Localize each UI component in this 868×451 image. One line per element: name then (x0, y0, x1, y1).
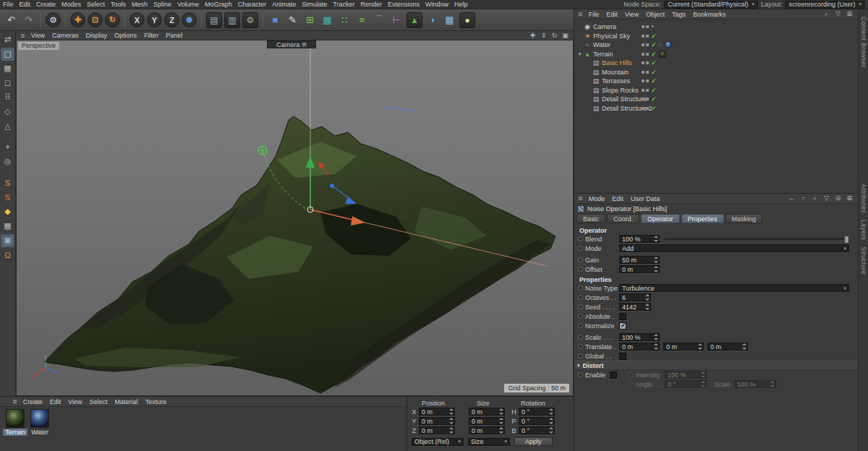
menu-render[interactable]: Render (357, 1, 385, 8)
stepper-icon[interactable] (653, 266, 658, 272)
object-row-camera[interactable]: ◉Camera⌖ (574, 22, 858, 32)
stepper-icon[interactable] (644, 304, 650, 310)
absolute-checkbox[interactable] (619, 313, 626, 320)
tab-coord[interactable]: Coord. (607, 214, 639, 223)
render-view-icon[interactable]: ▤ (206, 12, 222, 28)
menu-modes[interactable]: Modes (59, 1, 84, 8)
menu-volume[interactable]: Volume (174, 1, 202, 8)
camera-menu-icon[interactable]: ▤ (302, 42, 307, 48)
orbit-view-icon[interactable]: ↻ (550, 32, 559, 39)
cloner-icon[interactable]: ≡ (354, 12, 370, 28)
distort-group-header[interactable]: ▾ Distort (574, 361, 858, 370)
blend-slider[interactable] (664, 238, 849, 240)
nav-up-icon[interactable]: ↑ (799, 194, 808, 202)
menu-extensions[interactable]: Extensions (385, 1, 422, 8)
menu-tracker[interactable]: Tracker (330, 1, 357, 8)
object-row-physical-sky[interactable]: ☀Physical Sky✓ (574, 32, 858, 41)
enabled-check-icon[interactable]: ✓ (651, 69, 657, 76)
visibility-dots-icon[interactable] (642, 35, 644, 38)
menu-simulate[interactable]: Simulate (299, 1, 330, 8)
stepper-icon[interactable] (448, 427, 454, 434)
points-mode-icon[interactable]: ⠿ (1, 90, 14, 104)
rotation-input-h[interactable]: 0 ° (519, 408, 555, 416)
keyframe-dot-icon[interactable] (578, 285, 583, 291)
array-generator-icon[interactable]: ∷ (336, 12, 353, 28)
material-menu-edit[interactable]: Edit (46, 398, 65, 405)
auto-snap-icon[interactable]: S (1, 190, 14, 204)
visibility-dots-icon[interactable] (642, 98, 644, 100)
stepper-icon[interactable] (498, 418, 503, 424)
coordinate-system-icon[interactable]: ⊕ (182, 12, 197, 27)
environment-sky-icon[interactable]: ◑ (424, 12, 441, 28)
visibility-dots-icon[interactable] (642, 71, 644, 74)
tab-basic[interactable]: Basic (576, 214, 605, 223)
viewport-filter-icon[interactable]: ◎ (1, 155, 14, 168)
visibility-dots-icon[interactable] (642, 107, 644, 110)
object-row-detail-structure-2[interactable]: ▤Detail Structure 2✓ (574, 104, 858, 113)
object-row-water[interactable]: ≈Water✓∴ (574, 40, 858, 50)
model-mode-icon[interactable]: ▢ (1, 47, 14, 61)
menu-file[interactable]: File (0, 1, 17, 8)
snap-settings-icon[interactable]: S (1, 176, 14, 189)
lock-y-axis-icon[interactable]: Y (147, 12, 162, 27)
visibility-dots-icon[interactable] (642, 43, 644, 46)
enable-axis-icon[interactable]: ⌖ (1, 140, 14, 154)
spline-measure-icon[interactable]: ⊢ (388, 12, 405, 28)
keyframe-dot-icon[interactable] (578, 267, 583, 272)
keyframe-dot-icon[interactable] (578, 304, 583, 309)
zoom-view-icon[interactable]: ⇕ (539, 32, 548, 39)
polygons-mode-icon[interactable]: △ (1, 119, 14, 133)
position-input-z[interactable]: 0 m (419, 426, 455, 434)
am-menu-user-data[interactable]: User Data (627, 195, 664, 202)
keyframe-dot-icon[interactable] (578, 295, 583, 300)
scale-tool-icon[interactable]: ⊡ (88, 12, 103, 27)
move-tool-icon[interactable]: ✚ (70, 12, 85, 27)
lock-icon[interactable]: ⊝ (833, 194, 843, 202)
spline-pen-icon[interactable]: ✎ (284, 12, 301, 28)
redo-icon[interactable]: ↷ (20, 12, 37, 28)
translate-z-input[interactable]: 0 m (707, 343, 748, 351)
add-primitive-cube-icon[interactable]: ■ (267, 12, 284, 28)
panel-menu-icon[interactable]: ≣ (10, 398, 20, 405)
grid-snap-icon[interactable]: ▦ (1, 219, 14, 233)
om-menu-bookmarks[interactable]: Bookmarks (689, 11, 729, 18)
menu-create[interactable]: Create (33, 1, 59, 8)
stepper-icon[interactable] (548, 408, 553, 415)
material-preview-water[interactable] (30, 409, 49, 428)
normalize-checkbox[interactable] (619, 322, 626, 330)
landscape-object-icon[interactable]: ▲ (407, 12, 422, 28)
lock-x-axis-icon[interactable]: X (129, 12, 145, 27)
material-preview-terrain[interactable] (6, 409, 25, 428)
object-row-basic-hills[interactable]: ▤Basic Hills✓ (574, 59, 858, 68)
object-row-terrasses[interactable]: ▤Terrasses✓ (574, 77, 858, 86)
enabled-check-icon[interactable]: ✓ (651, 105, 657, 112)
menu-edit[interactable]: Edit (17, 1, 34, 8)
light-object-icon[interactable]: ● (459, 12, 475, 28)
dock-tab-structure[interactable]: Structure (860, 246, 867, 275)
dock-icon[interactable]: ⊞ (845, 194, 854, 202)
menu-mesh[interactable]: Mesh (129, 1, 150, 8)
magnet-snap-icon[interactable]: Ω (1, 248, 14, 262)
menu-animate[interactable]: Animate (269, 1, 299, 8)
convert-object-icon[interactable]: ⇄ (1, 33, 14, 46)
am-menu-edit[interactable]: Edit (608, 195, 627, 202)
viewport-menu-options[interactable]: Options (111, 32, 140, 39)
panel-menu-icon[interactable]: ≣ (576, 11, 585, 17)
size-input-value[interactable]: 0 m (469, 417, 505, 425)
enabled-check-icon[interactable]: ✓ (651, 77, 657, 85)
lock-z-axis-icon[interactable]: Z (164, 12, 179, 27)
keyframe-dot-icon[interactable] (578, 246, 583, 251)
size-input-value[interactable]: 0 m (469, 426, 505, 434)
menu-character[interactable]: Character (235, 1, 270, 8)
visibility-dots-icon[interactable] (642, 25, 644, 28)
render-settings-icon[interactable]: ⚙ (242, 12, 258, 28)
om-menu-file[interactable]: File (585, 11, 603, 18)
size-input-value[interactable]: 0 m (469, 408, 505, 416)
menu-mograph[interactable]: MoGraph (202, 1, 235, 8)
dock-tab-content-browser[interactable]: Content Browser (860, 17, 867, 68)
panel-menu-icon[interactable]: ≣ (18, 33, 27, 39)
panel-menu-icon[interactable]: ≣ (576, 195, 585, 202)
keyframe-dot-icon[interactable] (578, 353, 583, 358)
stepper-icon[interactable] (448, 408, 454, 415)
stepper-icon[interactable] (741, 343, 746, 350)
